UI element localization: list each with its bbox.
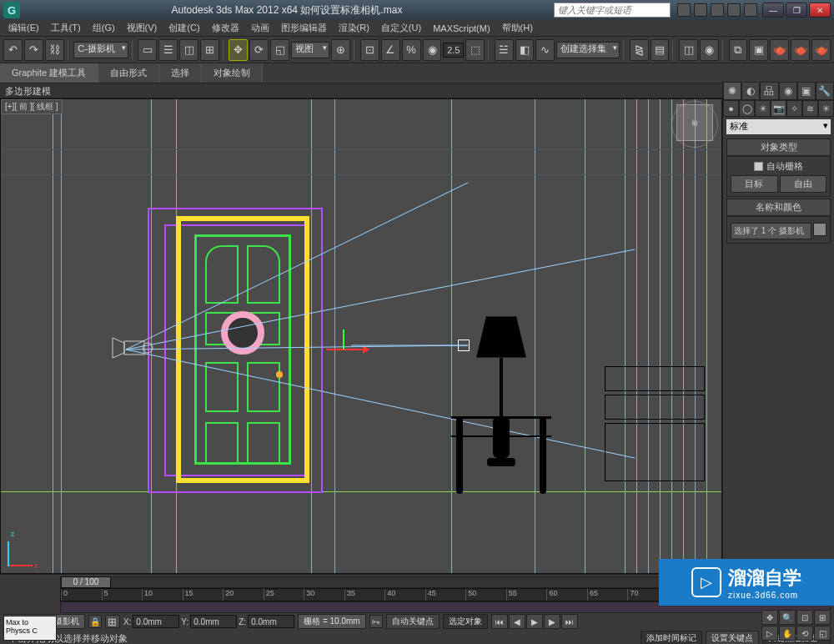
rollout-objecttype-header[interactable]: 对象类型: [726, 138, 831, 156]
align-button[interactable]: ▤: [651, 39, 670, 61]
ref-coord-dropdown[interactable]: C-摄影机: [73, 42, 128, 58]
cmd-tab-display[interactable]: ▣: [797, 82, 816, 100]
minimize-button[interactable]: —: [762, 3, 784, 18]
selection-lock-button[interactable]: 🔒: [88, 615, 102, 628]
render-setup-button[interactable]: ⧉: [729, 39, 748, 61]
target-camera-button[interactable]: 目标: [731, 175, 778, 193]
menu-animation[interactable]: 动画: [246, 20, 274, 36]
time-tag-button[interactable]: 添加时间标记: [641, 631, 702, 644]
ribbon-panel-polymodel[interactable]: 多边形建模: [0, 83, 834, 98]
fov-button[interactable]: ▷: [761, 626, 778, 641]
zoom-all-button[interactable]: ⊞: [814, 610, 831, 625]
setkey-button[interactable]: 设置关键点: [706, 631, 759, 644]
cmd-tab-motion[interactable]: ◉: [779, 82, 797, 100]
menu-views[interactable]: 视图(V): [122, 20, 163, 36]
manage-layers-button[interactable]: ☱: [495, 39, 514, 61]
ribbon-tab-graphite[interactable]: Graphite 建模工具: [0, 63, 98, 83]
goto-start-button[interactable]: ⏮: [491, 614, 508, 629]
coord-y-input[interactable]: 0.0mm: [190, 615, 237, 628]
cmd-tab-modify[interactable]: ◐: [741, 82, 760, 100]
cmd-tab-hierarchy[interactable]: 品: [760, 82, 778, 100]
menu-modifiers[interactable]: 修改器: [207, 20, 244, 36]
mirror-button[interactable]: ⧎: [630, 39, 649, 61]
select-button[interactable]: ▭: [138, 39, 157, 61]
create-spacewarps-icon[interactable]: ≋: [802, 100, 818, 117]
prev-frame-button[interactable]: ◀: [509, 614, 525, 629]
create-geometry-icon[interactable]: ●: [723, 100, 739, 117]
cmd-tab-create[interactable]: ✺: [723, 82, 741, 100]
create-systems-icon[interactable]: ✳: [818, 100, 834, 117]
undo-button[interactable]: ↶: [3, 39, 23, 61]
selected-key-dropdown[interactable]: 选定对象: [443, 614, 488, 629]
absolute-mode-button[interactable]: ⊞: [105, 615, 120, 628]
app-icon[interactable]: G: [3, 2, 20, 18]
render-preset-button[interactable]: 🫖: [791, 39, 810, 61]
coord-z-input[interactable]: 0.0mm: [248, 615, 294, 628]
menu-create[interactable]: 创建(C): [163, 20, 204, 36]
spinner-snap-button[interactable]: ◉: [423, 39, 442, 61]
viewport[interactable]: [+][ 前 ][ 线框 ] 前: [0, 98, 722, 574]
ribbon-tab-freeform[interactable]: 自由形式: [98, 63, 159, 83]
move-button[interactable]: ✥: [229, 39, 248, 61]
next-frame-button[interactable]: ▶: [544, 614, 560, 629]
viewport-canvas[interactable]: [1, 99, 721, 573]
create-cameras-icon[interactable]: 📷: [771, 100, 786, 117]
create-lights-icon[interactable]: ☀: [755, 100, 771, 117]
schematic-view-button[interactable]: ◫: [679, 39, 698, 61]
menu-maxscript[interactable]: MAXScript(M): [428, 22, 495, 35]
select-region-button[interactable]: ◫: [179, 39, 198, 61]
window-crossing-button[interactable]: ⊞: [200, 39, 219, 61]
menu-customize[interactable]: 自定义(U): [376, 20, 426, 36]
exchange-icon[interactable]: [711, 3, 724, 17]
curve-editor-button[interactable]: ∿: [535, 39, 555, 61]
ribbon-tab-selection[interactable]: 选择: [159, 63, 202, 83]
menu-edit[interactable]: 编辑(E): [3, 20, 44, 36]
search-icon[interactable]: [677, 3, 691, 17]
snap-toggle[interactable]: ⊡: [360, 39, 379, 61]
help-search-input[interactable]: [554, 3, 671, 18]
select-name-button[interactable]: ☰: [158, 39, 178, 61]
ref-coord-system[interactable]: 视图: [291, 42, 329, 58]
viewport-label[interactable]: [+][ 前 ][ 线框 ]: [1, 99, 63, 114]
maximize-button[interactable]: ❐: [786, 3, 807, 18]
key-mode-button[interactable]: 🗝: [369, 615, 383, 628]
menu-tools[interactable]: 工具(T): [46, 20, 86, 36]
menu-group[interactable]: 组(G): [88, 20, 120, 36]
maxscript-listener[interactable]: Max to Physcs C: [3, 616, 57, 641]
snap-options-button[interactable]: ⬚: [465, 39, 485, 61]
favorites-icon[interactable]: [727, 3, 741, 17]
goto-end-button[interactable]: ⏭: [561, 614, 578, 629]
layer-button[interactable]: ◧: [515, 39, 535, 61]
time-slider[interactable]: 0 / 100: [61, 576, 111, 588]
redo-button[interactable]: ↷: [24, 39, 43, 61]
angle-snap-button[interactable]: ∠: [381, 39, 400, 61]
free-camera-button[interactable]: 自由: [780, 175, 827, 193]
create-helpers-icon[interactable]: ✧: [786, 100, 802, 117]
maximize-viewport-button[interactable]: ◱: [814, 626, 831, 641]
scale-button[interactable]: ◱: [270, 39, 289, 61]
create-category-dropdown[interactable]: 标准: [726, 119, 831, 134]
render-button[interactable]: 🫖: [770, 39, 789, 61]
zoom-extents-button[interactable]: ⊡: [796, 610, 813, 625]
pivot-button[interactable]: ⊕: [331, 39, 350, 61]
orbit-button[interactable]: ⟲: [796, 626, 813, 641]
ribbon-tab-objectpaint[interactable]: 对象绘制: [202, 63, 263, 83]
menu-grapheditors[interactable]: 图形编辑器: [276, 20, 332, 36]
object-color-swatch[interactable]: [813, 223, 826, 236]
rollout-namecolor-header[interactable]: 名称和颜色: [726, 199, 831, 216]
render-last-button[interactable]: 🫖: [811, 39, 831, 61]
autogrid-checkbox[interactable]: [754, 162, 763, 171]
angle-snap-value[interactable]: 2.5: [443, 43, 464, 58]
menu-rendering[interactable]: 渲染(R): [334, 20, 374, 36]
zoom-button[interactable]: 🔍: [779, 610, 796, 625]
cmd-tab-utilities[interactable]: 🔧: [816, 82, 834, 100]
menu-help[interactable]: 帮助(H): [497, 20, 538, 36]
material-editor-button[interactable]: ◉: [700, 39, 719, 61]
subscription-icon[interactable]: [694, 3, 707, 17]
coord-x-input[interactable]: 0.0mm: [133, 615, 179, 628]
named-selection-dropdown[interactable]: 创建选择集: [556, 42, 620, 58]
play-button[interactable]: ▶: [526, 614, 543, 629]
rotate-button[interactable]: ⟳: [249, 39, 269, 61]
percent-snap-button[interactable]: %: [402, 39, 421, 61]
autokey-button[interactable]: 自动关键点: [386, 614, 440, 629]
